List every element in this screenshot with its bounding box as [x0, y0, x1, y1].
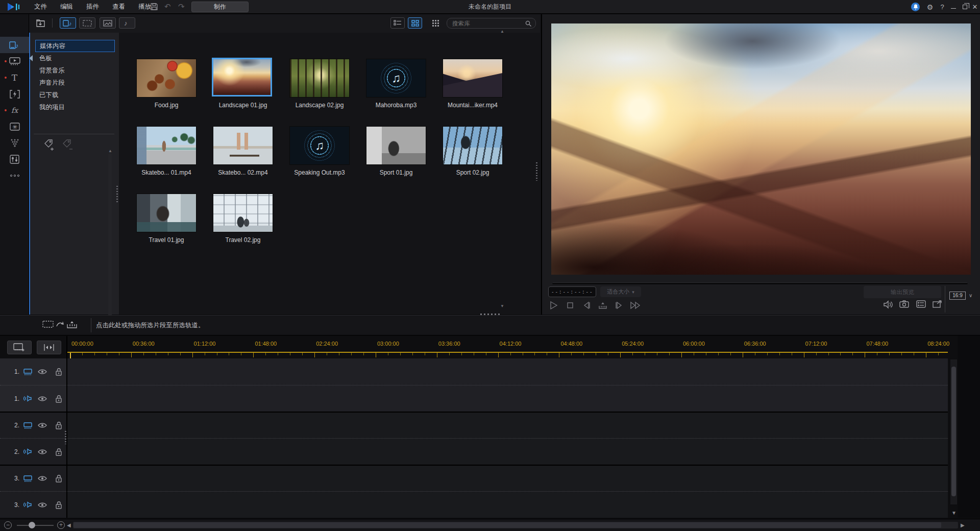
- sidebar-item-media-room[interactable]: ♪: [0, 37, 29, 53]
- sidebar-item-overlay-room[interactable]: [0, 53, 29, 69]
- filter-photo-button[interactable]: [100, 17, 116, 29]
- dropzone-hint-bar[interactable]: 点击此处或拖动所选片段至所选轨道。: [0, 315, 980, 335]
- track-header-video-3[interactable]: 3.: [0, 465, 66, 491]
- library-category-1[interactable]: 色板: [35, 52, 115, 64]
- filter-video-button[interactable]: [79, 17, 95, 29]
- track-visibility-eye-icon[interactable]: [36, 396, 49, 402]
- media-thumbnail-image[interactable]: [136, 59, 197, 98]
- media-thumbnail-image[interactable]: [289, 59, 350, 98]
- track-visibility-eye-icon[interactable]: [36, 449, 49, 455]
- sidebar-item-effect-room[interactable]: fx: [0, 102, 29, 118]
- help-button[interactable]: ?: [936, 0, 948, 14]
- zoom-in-icon[interactable]: +: [57, 521, 65, 529]
- menu-item-3[interactable]: 查看: [106, 0, 132, 14]
- timeline-hscrollbar[interactable]: [73, 522, 958, 528]
- redo-icon[interactable]: ↷: [178, 2, 185, 11]
- library-category-2[interactable]: 背景音乐: [35, 64, 115, 77]
- media-thumbnail-audio[interactable]: [289, 126, 350, 165]
- track-lane-audio-1[interactable]: [67, 385, 948, 412]
- timeline-vscrollbar[interactable]: [950, 359, 957, 504]
- snapshot-camera-icon[interactable]: [899, 300, 909, 308]
- zoom-slider-handle[interactable]: [29, 522, 35, 528]
- close-button[interactable]: ✕: [969, 0, 980, 14]
- import-media-icon[interactable]: [34, 17, 47, 29]
- previous-frame-button[interactable]: [580, 299, 593, 311]
- menu-item-2[interactable]: 插件: [80, 0, 106, 14]
- track-lane-video-3[interactable]: [67, 465, 948, 491]
- scroll-up-icon[interactable]: ▲: [500, 30, 504, 34]
- zoom-out-icon[interactable]: −: [4, 521, 12, 529]
- library-category-5[interactable]: 我的项目: [35, 101, 115, 113]
- track-header-video-2[interactable]: 2.: [0, 412, 66, 438]
- track-header-audio-3[interactable]: 3.: [0, 491, 66, 518]
- stop-button[interactable]: [564, 299, 577, 311]
- fit-size-dropdown[interactable]: 适合大小: [600, 286, 641, 297]
- track-lane-video-1[interactable]: [67, 358, 948, 385]
- track-lock-icon[interactable]: [52, 421, 65, 429]
- filter-music-button[interactable]: ♪: [119, 17, 135, 29]
- minimize-button[interactable]: [947, 0, 960, 14]
- category-scrollbar[interactable]: [108, 153, 112, 327]
- media-thumbnail-video[interactable]: [136, 126, 197, 165]
- menu-item-1[interactable]: 编辑: [54, 0, 80, 14]
- panel-resize-handle[interactable]: [116, 186, 118, 203]
- save-icon[interactable]: [150, 3, 158, 11]
- sidebar-item-transition-room[interactable]: [0, 86, 29, 102]
- media-thumbnail-image[interactable]: [212, 58, 272, 96]
- track-lock-icon[interactable]: [52, 368, 65, 376]
- library-preview-splitter[interactable]: [536, 162, 537, 181]
- produce-button[interactable]: 制作: [191, 2, 249, 12]
- track-visibility-eye-icon[interactable]: [36, 475, 49, 481]
- track-lock-icon[interactable]: [52, 448, 65, 456]
- track-header-video-1[interactable]: 1.: [0, 358, 66, 385]
- filter-media-music-button[interactable]: ♪: [60, 17, 76, 29]
- track-lane-video-2[interactable]: [67, 412, 948, 438]
- aspect-ratio-badge[interactable]: 16:9: [949, 292, 966, 300]
- media-thumbnail-image[interactable]: [136, 194, 197, 232]
- track-lock-icon[interactable]: [52, 395, 65, 403]
- track-visibility-eye-icon[interactable]: [36, 422, 49, 428]
- vertical-splitter-handle[interactable]: [480, 313, 501, 315]
- library-menu-icon[interactable]: [428, 17, 443, 29]
- track-lane-audio-2[interactable]: [67, 438, 948, 465]
- media-thumbnail-audio[interactable]: [366, 59, 426, 98]
- track-lane-audio-3[interactable]: [67, 491, 948, 518]
- add-tag-icon[interactable]: [43, 139, 57, 151]
- search-input[interactable]: [452, 19, 521, 28]
- grid-view-button[interactable]: [408, 17, 422, 29]
- media-thumbnail-image[interactable]: [213, 194, 273, 232]
- menu-item-0[interactable]: 文件: [28, 0, 54, 14]
- play-button[interactable]: [547, 299, 560, 311]
- library-category-3[interactable]: 声音片段: [35, 77, 115, 89]
- zoom-slider-track[interactable]: [17, 525, 54, 526]
- library-search[interactable]: [447, 18, 536, 29]
- sidebar-item-title-room[interactable]: T: [0, 69, 29, 86]
- media-thumbnail-video[interactable]: [213, 126, 273, 165]
- preview-seekbar[interactable]: [552, 282, 968, 284]
- scroll-left-icon[interactable]: ◀: [67, 523, 71, 528]
- step-marker-button[interactable]: [596, 299, 609, 311]
- sidebar-item-spray-room[interactable]: [0, 135, 29, 151]
- media-scrollbar[interactable]: ▲ ▼: [500, 30, 504, 308]
- sidebar-item-particle-room[interactable]: ✳: [0, 118, 29, 135]
- scroll-down-icon[interactable]: ▼: [951, 511, 957, 516]
- track-lock-icon[interactable]: [52, 474, 65, 482]
- library-category-0[interactable]: 媒体内容: [35, 40, 115, 52]
- media-info-icon[interactable]: [916, 300, 926, 308]
- fast-forward-button[interactable]: [629, 299, 642, 311]
- media-thumbnail-video[interactable]: [443, 59, 503, 98]
- remove-tag-icon[interactable]: [62, 139, 75, 151]
- track-header-audio-1[interactable]: 1.: [0, 385, 66, 412]
- media-thumbnail-image[interactable]: [443, 126, 503, 165]
- settings-gear-icon[interactable]: ⚙: [924, 0, 936, 14]
- next-frame-button[interactable]: [612, 299, 626, 311]
- track-height-handle[interactable]: [65, 431, 66, 444]
- notification-bell-icon[interactable]: [911, 3, 920, 11]
- track-visibility-eye-icon[interactable]: [36, 502, 49, 508]
- sidebar-item-adjust-room[interactable]: [0, 151, 29, 167]
- chevron-down-icon[interactable]: ∨: [969, 293, 972, 298]
- scroll-right-icon[interactable]: ▶: [961, 523, 965, 528]
- render-preview-button[interactable]: 输出预览: [864, 286, 941, 298]
- list-view-button[interactable]: [390, 17, 405, 29]
- volume-icon[interactable]: [883, 300, 893, 309]
